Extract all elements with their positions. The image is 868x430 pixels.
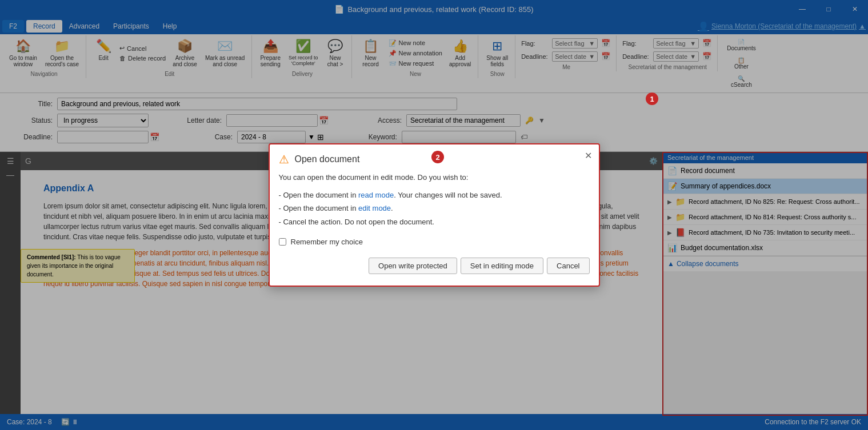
badge-1: 1 [646,93,658,105]
edit-mode-link[interactable]: edit mode [358,204,391,212]
modal-close-button[interactable]: ✕ [585,150,592,161]
modal-cancel-button[interactable]: Cancel [547,258,589,274]
modal-overlay: ⚠ Open document ✕ You can open the docum… [0,0,868,430]
modal-intro-text: You can open the document in edit mode. … [279,173,590,182]
modal-checkbox-row: Remember my choice [279,238,590,246]
modal-footer: Open write protected Set in editing mode… [279,258,590,276]
modal-option-3: - Cancel the action. Do not open the doc… [279,215,590,228]
remember-choice-label: Remember my choice [291,238,363,246]
modal-body: You can open the document in edit mode. … [270,171,599,286]
modal-option-1: - Open the document in read mode. Your c… [279,188,590,202]
modal-title: Open document [295,154,360,164]
modal-option-2: - Open the document in edit mode. [279,202,590,215]
warning-icon: ⚠ [279,152,289,166]
open-write-protected-button[interactable]: Open write protected [369,258,457,274]
badge-2: 2 [431,151,444,163]
open-document-modal: ⚠ Open document ✕ You can open the docum… [269,143,600,287]
set-editing-mode-button[interactable]: Set in editing mode [461,258,543,274]
remember-choice-checkbox[interactable] [279,238,286,246]
modal-options: - Open the document in read mode. Your c… [279,188,590,228]
read-mode-link[interactable]: read mode [358,191,394,199]
